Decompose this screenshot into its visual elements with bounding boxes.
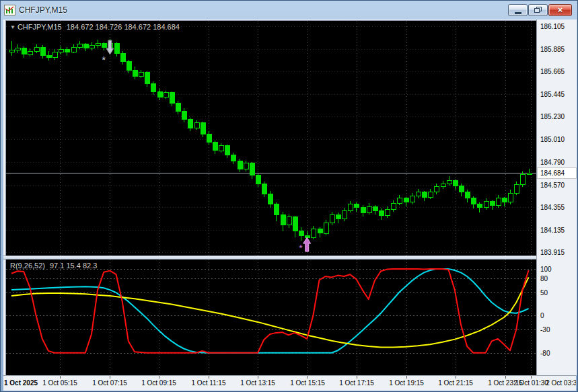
indicator-canvas [6,260,536,375]
time-label: 1 Oct 21:15 [438,379,473,387]
price-label: 183.915 [540,248,565,257]
time-tick [258,376,258,379]
time-label: 1 Oct 17:15 [339,379,374,387]
price-label: 184.135 [540,226,565,235]
app-icon[interactable] [4,5,15,15]
time-label: 2 Oct 01:30 [513,379,548,387]
candlestick-canvas: ** [6,21,536,256]
time-tick [308,376,308,379]
time-label: 1 Oct 15:15 [290,379,325,387]
price-label: 184.790 [540,158,565,167]
indicator-scale-label: 0 [540,311,544,320]
time-label: 1 Oct 2025 [4,379,38,387]
time-tick [531,376,532,379]
buy-signal-star: * [299,243,303,253]
close-icon: × [558,5,563,14]
current-price-box: 184.684 [538,168,576,178]
indicator-scale-label: -30 [540,325,550,334]
indicator-scale-label: 50 [540,288,548,297]
indicator-pane[interactable]: R(9,26,52)97.1 15.4 82.3 [6,260,536,375]
sell-signal-star: * [102,54,106,65]
time-tick [406,376,407,379]
price-label: 185.230 [540,112,565,121]
price-label: 185.010 [540,135,565,144]
time-label: 1 Oct 19:15 [389,379,424,387]
time-tick [110,376,110,379]
price-label: 184.355 [540,203,565,212]
time-label: 1 Oct 07:15 [92,379,127,387]
chart-client-area: ** ▼CHFJPY,M15184.672 184.726 184.672 18… [3,19,576,390]
time-tick [456,376,456,379]
indicator-scale-label: 80 [540,274,548,283]
restore-button[interactable] [528,4,548,16]
restore-icon [534,7,542,13]
buy-signal-arrow [303,237,311,251]
time-label: 1 Oct 05:15 [42,379,77,387]
time-tick [159,376,159,379]
time-label: 1 Oct 09:15 [141,379,176,387]
titlebar[interactable]: CHFJPY,M15 × [1,1,577,19]
price-label: 185.445 [540,90,565,99]
close-button[interactable]: × [548,4,572,16]
time-tick [357,376,357,379]
price-label: 184.570 [540,181,565,190]
window-title: CHFJPY,M15 [19,5,67,15]
time-axis[interactable]: 1 Oct 20251 Oct 05:151 Oct 07:151 Oct 09… [3,375,576,391]
price-label: 185.665 [540,67,565,76]
time-label: 1 Oct 11:15 [192,379,226,387]
price-label: 186.105 [540,22,565,31]
minimize-icon [515,12,521,14]
price-axis[interactable]: 186.105185.885185.665185.445185.230185.0… [536,19,577,375]
mt4-chart-window: CHFJPY,M15 × ** ▼CHFJPY,M15184.672 184.7… [0,0,578,392]
indicator-line-slow [11,277,529,347]
minimize-button[interactable] [508,4,528,16]
time-label: 2 Oct 03:30 [546,379,576,387]
time-tick [209,376,209,379]
price-label: 185.885 [540,45,565,54]
time-tick [505,376,506,379]
time-label: 1 Oct 13:15 [240,379,275,387]
window-controls: × [508,4,574,16]
price-chart-pane[interactable]: ** ▼CHFJPY,M15184.672 184.726 184.672 18… [6,21,536,256]
time-tick [60,376,61,379]
indicator-scale-label: 100 [540,265,552,274]
indicator-scale-label: -80 [540,349,550,358]
